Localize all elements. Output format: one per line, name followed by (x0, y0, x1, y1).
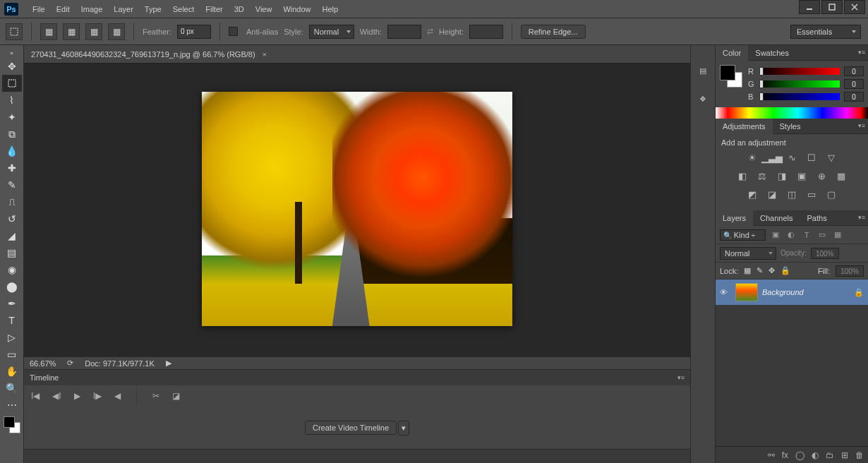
selective-color-icon[interactable]: ▢ (825, 188, 838, 200)
channels-tab[interactable]: Channels (753, 210, 800, 226)
dodge-tool[interactable]: ⬤ (2, 278, 22, 295)
g-slider[interactable] (759, 80, 840, 88)
move-tool[interactable]: ✥ (2, 58, 22, 75)
sel-intersect-icon[interactable]: ▦ (108, 23, 125, 40)
adjustments-menu-icon[interactable]: ▾≡ (858, 122, 865, 129)
transition-icon[interactable]: ◪ (172, 391, 180, 401)
zoom-level[interactable]: 66.67% (30, 359, 56, 368)
filter-smart-icon[interactable]: ▦ (832, 229, 843, 241)
feather-input[interactable] (177, 25, 211, 39)
menu-select[interactable]: Select (167, 2, 200, 16)
document-tab[interactable]: 270431_460864490632324_769613719_n.jpg @… (24, 45, 690, 64)
menu-filter[interactable]: Filter (200, 2, 228, 16)
adjustments-tab[interactable]: Adjustments (716, 119, 773, 134)
color-balance-icon[interactable]: ⚖ (756, 169, 768, 182)
styles-tab[interactable]: Styles (773, 119, 808, 134)
layer-thumbnail[interactable] (735, 283, 758, 301)
style-dropdown[interactable]: Normal (309, 25, 354, 39)
scissors-icon[interactable]: ✂ (152, 391, 159, 401)
bw-icon[interactable]: ◨ (776, 169, 788, 182)
edit-toolbar-icon[interactable]: ⋯ (2, 397, 22, 414)
lock-pixels-icon[interactable]: ✎ (757, 266, 763, 275)
blur-tool[interactable]: ◉ (2, 261, 22, 278)
color-fg-bg-swatch[interactable] (720, 65, 742, 88)
delete-layer-icon[interactable]: 🗑 (855, 450, 864, 460)
exposure-icon[interactable]: ☐ (805, 151, 818, 164)
layer-lock-icon[interactable]: 🔒 (854, 288, 864, 297)
lock-position-icon[interactable]: ✥ (768, 266, 775, 275)
menu-file[interactable]: File (27, 2, 51, 16)
timeline-dropdown-button[interactable]: ▾ (398, 421, 409, 435)
minimize-button[interactable] (799, 0, 820, 14)
hand-tool[interactable]: ✋ (2, 363, 22, 380)
filter-adjust-icon[interactable]: ◐ (785, 229, 797, 241)
eyedropper-tool[interactable]: 💧 (2, 143, 22, 160)
r-slider[interactable] (759, 68, 840, 75)
r-value[interactable]: 0 (844, 66, 864, 76)
fg-bg-swatch[interactable] (4, 416, 20, 433)
brush-tool[interactable]: ✎ (2, 176, 22, 193)
filter-pixel-icon[interactable]: ▣ (770, 229, 781, 241)
threshold-icon[interactable]: ◫ (785, 188, 798, 200)
status-arrow-icon[interactable]: ▶ (166, 359, 171, 368)
menu-help[interactable]: Help (317, 2, 344, 16)
timeline-tab[interactable]: Timeline (30, 373, 59, 382)
blend-mode-dropdown[interactable]: Normal (720, 247, 776, 260)
hue-icon[interactable]: ◧ (736, 169, 749, 182)
posterize-icon[interactable]: ◪ (766, 188, 778, 200)
sel-new-icon[interactable]: ▦ (40, 23, 57, 40)
eraser-tool[interactable]: ◢ (2, 227, 22, 244)
link-layers-icon[interactable]: ⚯ (768, 450, 775, 460)
layer-item[interactable]: 👁 Background 🔒 (716, 279, 868, 305)
height-input[interactable] (469, 25, 503, 39)
filter-type-icon[interactable]: T (801, 229, 812, 241)
fill-input[interactable]: 100% (836, 265, 864, 277)
menu-type[interactable]: Type (139, 2, 167, 16)
maximize-button[interactable] (821, 0, 843, 14)
history-brush-tool[interactable]: ↺ (2, 210, 22, 227)
channel-mixer-icon[interactable]: ⊕ (815, 169, 828, 182)
menu-window[interactable]: Window (277, 2, 316, 16)
curves-icon[interactable]: ∿ (785, 151, 798, 164)
prev-frame-icon[interactable]: ◀I (52, 391, 61, 401)
invert-icon[interactable]: ◩ (746, 188, 759, 200)
vibrance-icon[interactable]: ▽ (825, 151, 838, 164)
healing-tool[interactable]: ✚ (2, 160, 22, 176)
gradient-tool[interactable]: ▤ (2, 244, 22, 261)
workspace-dropdown[interactable]: Essentials (790, 25, 861, 39)
go-first-icon[interactable]: I◀ (31, 391, 40, 401)
lock-transparent-icon[interactable]: ▦ (744, 266, 751, 275)
refine-edge-button[interactable]: Refine Edge... (521, 25, 586, 39)
properties-icon[interactable]: ❖ (694, 90, 711, 107)
brightness-icon[interactable]: ☀ (746, 151, 759, 164)
layer-fx-icon[interactable]: fx (782, 450, 788, 460)
crop-tool[interactable]: ⧉ (2, 126, 22, 143)
stamp-tool[interactable]: ⎍ (2, 193, 22, 210)
swap-icon[interactable]: ⇄ (427, 27, 433, 36)
canvas[interactable] (202, 92, 512, 326)
opacity-input[interactable]: 100% (811, 248, 839, 259)
menu-image[interactable]: Image (76, 2, 109, 16)
add-mask-icon[interactable]: ◯ (795, 450, 804, 460)
new-layer-icon[interactable]: ⊞ (841, 450, 848, 460)
new-fill-icon[interactable]: ◐ (812, 450, 819, 460)
paths-tab[interactable]: Paths (800, 210, 834, 226)
layers-tab[interactable]: Layers (716, 210, 753, 226)
color-tab[interactable]: Color (716, 45, 748, 61)
wand-tool[interactable]: ✦ (2, 109, 22, 126)
visibility-icon[interactable]: 👁 (720, 288, 731, 296)
b-slider[interactable] (759, 93, 840, 100)
levels-icon[interactable]: ▁▃▅ (766, 151, 778, 164)
menu-view[interactable]: View (250, 2, 278, 16)
layer-name[interactable]: Background (762, 288, 850, 296)
menu-3d[interactable]: 3D (229, 2, 250, 16)
close-button[interactable] (844, 0, 865, 14)
new-group-icon[interactable]: 🗀 (826, 450, 834, 460)
rotate-icon[interactable]: ⟳ (67, 359, 73, 368)
zoom-tool[interactable]: 🔍 (2, 380, 22, 397)
kind-dropdown[interactable]: 🔍 Kind ÷ (720, 229, 766, 241)
filter-shape-icon[interactable]: ▭ (816, 229, 828, 241)
shape-tool[interactable]: ▭ (2, 346, 22, 363)
photo-filter-icon[interactable]: ▣ (795, 169, 808, 182)
timeline-menu-icon[interactable]: ▾≡ (677, 374, 685, 381)
